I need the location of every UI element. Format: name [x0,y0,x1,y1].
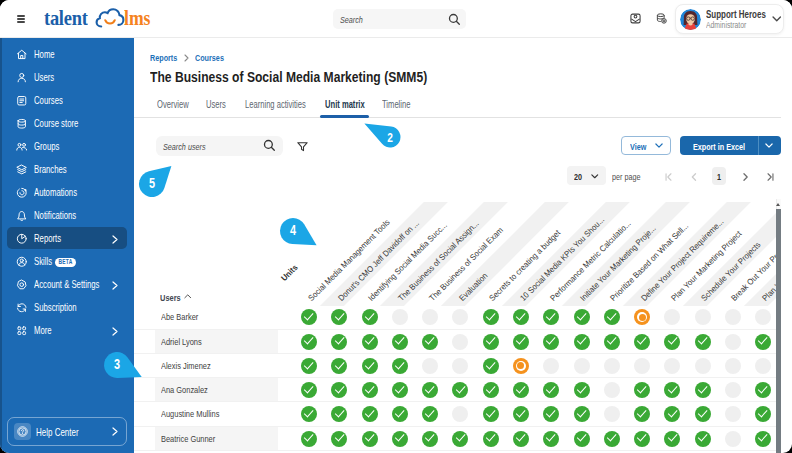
svg-text:5: 5 [149,176,155,192]
svg-text:2: 2 [387,130,393,144]
svg-text:3: 3 [114,357,120,373]
svg-text:4: 4 [290,223,296,239]
